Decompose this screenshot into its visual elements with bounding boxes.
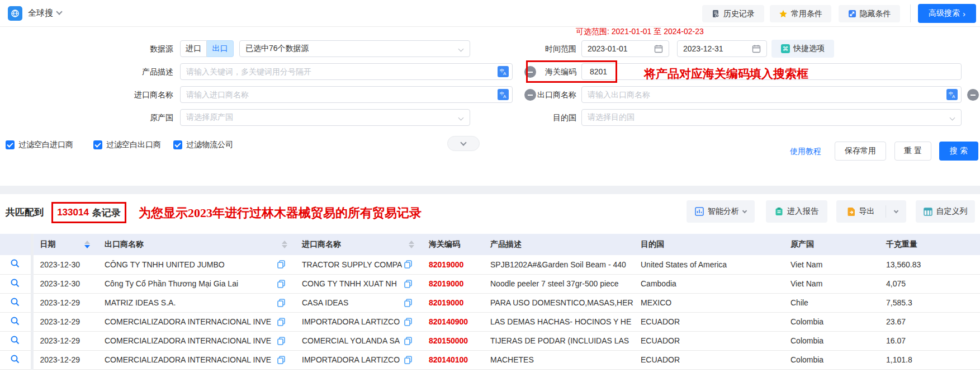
copy-icon[interactable] <box>277 260 285 269</box>
product-desc-input[interactable]: 中A <box>180 63 513 80</box>
importer-field[interactable] <box>181 87 498 102</box>
svg-text:A: A <box>503 71 506 76</box>
magnifier-icon[interactable] <box>10 278 20 288</box>
filter-blank-exporter-checkbox[interactable]: 过滤空白出口商 <box>93 140 161 150</box>
filter-logistics-checkbox[interactable]: 过滤物流公司 <box>173 140 233 150</box>
collapse-panel-button[interactable] <box>447 136 480 151</box>
copy-icon[interactable] <box>404 280 412 288</box>
command-icon: ⌘ <box>781 44 790 53</box>
custom-columns-button[interactable]: 自定义列 <box>916 200 975 223</box>
table-header-0[interactable]: 日期 <box>32 234 98 255</box>
row-detail-button[interactable] <box>0 331 32 350</box>
row-detail-button[interactable] <box>0 312 32 331</box>
datasource-select[interactable]: 已选中76个数据源 <box>239 40 470 57</box>
chevron-down-icon[interactable] <box>56 8 62 15</box>
table-header-action-column <box>0 234 32 255</box>
sort-icon[interactable] <box>282 241 287 248</box>
copy-icon[interactable] <box>404 299 412 307</box>
cell-destination: ECUADOR <box>634 312 784 331</box>
cell-importer: IMPORTADORA LARTIZCO <box>295 312 422 331</box>
cell-weight-kg: 16.07 <box>879 331 980 350</box>
exporter-input[interactable]: 中A <box>581 86 962 103</box>
magnifier-icon[interactable] <box>10 335 20 345</box>
origin-country-select[interactable]: 请选择原产国 <box>180 109 470 126</box>
arrow-right-icon: › <box>963 10 965 18</box>
translate-icon[interactable]: 中A <box>946 89 958 100</box>
exclude-keyword-icon[interactable] <box>967 89 979 101</box>
copy-icon[interactable] <box>404 337 412 345</box>
filter-blank-importer-checkbox[interactable]: 过滤空白进口商 <box>6 140 73 150</box>
company-name: COMERCIALIZADORA INTERNACIONAL INVE <box>105 317 271 326</box>
cell-description: MACHETES <box>484 350 634 369</box>
magnifier-icon[interactable] <box>10 354 20 364</box>
importer-input[interactable]: 中A <box>180 86 513 103</box>
magnifier-icon[interactable] <box>10 297 20 307</box>
export-toggle[interactable]: 出口 <box>207 40 234 57</box>
cell-exporter: Công Ty Cổ Phần Thương Mại Gia Lai <box>98 274 295 293</box>
translate-icon[interactable]: 中A <box>498 89 509 100</box>
cell-weight-kg: 1,101.8 <box>879 350 980 369</box>
column-label: 进口商名称 <box>302 239 341 250</box>
copy-icon[interactable] <box>404 356 412 364</box>
history-button[interactable]: 历史记录 <box>702 5 764 22</box>
quick-options-button[interactable]: ⌘ 快捷选项 <box>771 40 834 58</box>
copy-icon[interactable] <box>404 260 412 269</box>
enter-report-button[interactable]: 进入报告 <box>766 200 827 223</box>
magnifier-icon[interactable] <box>10 258 20 269</box>
cell-exporter: COMERCIALIZADORA INTERNACIONAL INVE <box>98 312 295 331</box>
cell-description: TIJERAS DE PODAR (INCLUIDAS LAS <box>484 331 634 350</box>
reset-button[interactable]: 重 置 <box>894 142 931 161</box>
cell-destination: ECUADOR <box>634 350 784 369</box>
hide-conditions-button[interactable]: 隐藏条件 <box>839 5 900 22</box>
table-header-1[interactable]: 出口商名称 <box>98 234 295 255</box>
match-count-prefix: 共匹配到 <box>6 206 44 219</box>
copy-icon[interactable] <box>277 337 285 345</box>
export-dropdown-button[interactable] <box>886 211 906 213</box>
import-toggle[interactable]: 进口 <box>180 40 207 57</box>
hs-code-annotation: 将产品对应海关编码填入搜索框 <box>644 66 808 82</box>
checkbox-checked-icon <box>6 140 15 149</box>
exporter-field[interactable] <box>582 87 946 102</box>
cell-date: 2023-12-29 <box>32 350 98 369</box>
table-header: 日期出口商名称进口商名称海关编码产品描述目的国原产国千克重量 <box>0 234 980 255</box>
copy-icon[interactable] <box>277 280 285 288</box>
svg-text:A: A <box>503 94 506 98</box>
sort-icon[interactable] <box>84 241 90 248</box>
trade-records-table: 日期出口商名称进口商名称海关编码产品描述目的国原产国千克重量 2023-12-3… <box>0 234 980 370</box>
company-name: TRACTOR SUPPLY COMPA <box>302 260 402 269</box>
copy-icon[interactable] <box>277 299 285 307</box>
cell-description: Noodle peeler 7 steel 37gr-500 piece <box>484 274 634 293</box>
start-date-value[interactable] <box>582 41 654 56</box>
company-name: COMERCIALIZADORA INTERNACIONAL INVE <box>105 336 271 345</box>
table-header-4: 产品描述 <box>484 234 634 255</box>
row-detail-button[interactable] <box>0 350 32 369</box>
save-common-button[interactable]: 保存常用 <box>835 142 886 161</box>
table-header-2[interactable]: 进口商名称 <box>295 234 422 255</box>
destination-country-select[interactable]: 请选择目的国 <box>581 109 962 126</box>
magnifier-icon[interactable] <box>10 316 20 326</box>
advanced-search-button[interactable]: 高级搜索 › <box>918 4 976 23</box>
smart-analysis-button[interactable]: 智能分析 <box>687 200 755 223</box>
row-detail-button[interactable] <box>0 255 32 274</box>
copy-icon[interactable] <box>277 356 285 364</box>
columns-icon <box>924 208 932 216</box>
sort-icon[interactable] <box>409 241 414 248</box>
translate-icon[interactable]: 中A <box>498 66 509 77</box>
end-date-value[interactable] <box>678 41 752 56</box>
export-button[interactable]: 导出 <box>836 206 886 216</box>
product-desc-field[interactable] <box>181 64 498 79</box>
start-date-input[interactable] <box>581 40 669 57</box>
tutorial-link[interactable]: 使用教程 <box>790 147 821 157</box>
cell-date: 2023-12-30 <box>32 274 98 293</box>
row-detail-button[interactable] <box>0 293 32 312</box>
cell-description: PARA USO DOMESNTICO,MASAS,HER <box>484 293 634 312</box>
row-detail-button[interactable] <box>0 274 32 293</box>
company-name: IMPORTADORA LARTIZCO <box>302 317 400 326</box>
product-desc-label: 产品描述 <box>84 63 173 80</box>
copy-icon[interactable] <box>404 318 412 326</box>
end-date-input[interactable] <box>677 40 767 57</box>
search-button[interactable]: 搜 索 <box>939 142 978 161</box>
table-row: 2023-12-29COMERCIALIZADORA INTERNACIONAL… <box>0 350 980 369</box>
favorites-button[interactable]: 常用条件 <box>770 5 831 22</box>
copy-icon[interactable] <box>277 318 285 326</box>
